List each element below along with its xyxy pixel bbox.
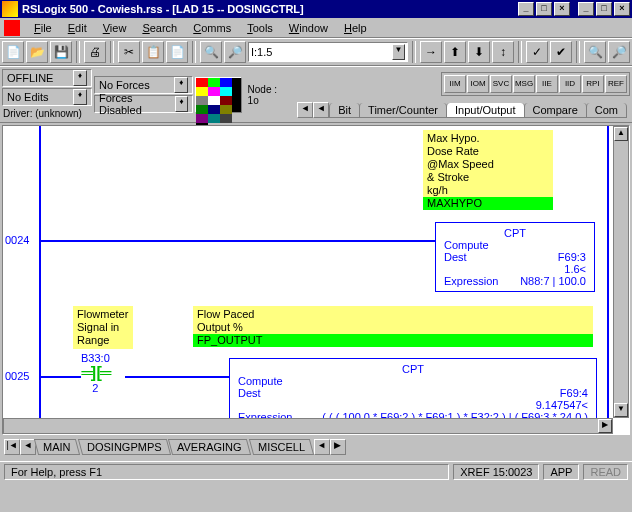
rung25-contact[interactable]: B33:0 ═] [═ 2 [81,352,110,394]
rung24-number[interactable]: 0024 [5,234,29,246]
close-button[interactable]: × [614,2,630,16]
status-read: READ [583,464,628,480]
app-icon [2,1,18,17]
verify-button[interactable]: ✓ [526,41,548,63]
cpt-dest-val: F69:3 [558,251,586,263]
maximize-button[interactable]: □ [596,2,612,16]
status-app: APP [543,464,579,480]
tab-com[interactable]: Com [586,103,627,118]
child-restore-button[interactable]: □ [536,2,552,16]
address-dropdown[interactable]: ▼ [392,44,405,60]
btab-main[interactable]: MAIN [34,439,80,455]
ladder-editor[interactable]: Max Hypo. Dose Rate @Max Speed & Stroke … [2,125,630,435]
tab-nav-prev[interactable]: ◄ [313,102,329,118]
menu-comms[interactable]: Comms [185,20,239,36]
menu-help[interactable]: Help [336,20,375,36]
cpt2-dest-label: Dest [238,387,261,399]
scroll-down-button[interactable]: ▼ [614,403,628,417]
statusbar: For Help, press F1 XREF 15:0023 APP READ [0,461,632,481]
rung25-tag: FP_OUTPUT [193,334,593,347]
print-button[interactable]: 🖨 [84,41,106,63]
tab-compare[interactable]: Compare [524,103,587,118]
minimize-button[interactable]: _ [578,2,594,16]
instr-iim[interactable]: IIM [444,75,466,93]
edits-status[interactable]: No Edits♦ [2,88,92,106]
status-help: For Help, press F1 [4,464,449,480]
menu-edit[interactable]: Edit [60,20,95,36]
new-button[interactable]: 📄 [2,41,24,63]
cpt2-compute-label: Compute [238,375,283,387]
rung25-wire2 [125,376,230,378]
rung25-contact-comment[interactable]: Flowmeter Signal in Range [73,306,133,349]
menu-tools[interactable]: Tools [239,20,281,36]
instr-ref[interactable]: REF [605,75,627,93]
rung24-cpt-block[interactable]: CPT Compute DestF69:3 1.6< ExpressionN88… [435,222,595,292]
cut-button[interactable]: ✂ [118,41,140,63]
driver-label: Driver: (unknown) [2,107,92,120]
instr-rpi[interactable]: RPI [582,75,604,93]
child-close-button[interactable]: × [554,2,570,16]
child-min-button[interactable]: _ [518,2,534,16]
paste-button[interactable]: 📄 [166,41,188,63]
find-button[interactable]: 🔍 [200,41,222,63]
online-status[interactable]: OFFLINE♦ [2,69,92,87]
tab-nav-first[interactable]: ◄ [297,102,313,118]
node-label: Node : 1o [248,84,290,106]
status-toolbar: OFFLINE♦ No Edits♦ Driver: (unknown) No … [0,66,632,123]
forces-enabled-status[interactable]: Forces Disabled♦ [94,95,193,113]
btab-nav-first[interactable]: |◄ [4,439,20,455]
btab-misc[interactable]: MISCELL [249,439,314,455]
next-button[interactable]: ⬇ [468,41,490,63]
menubar: File Edit View Search Comms Tools Window… [0,18,632,38]
cpt-dest-label: Dest [444,251,467,263]
zoom-in-button[interactable]: 🔍 [584,41,606,63]
open-button[interactable]: 📂 [26,41,48,63]
btab-nav-last[interactable]: ▶ [330,439,346,455]
menu-window[interactable]: Window [281,20,336,36]
right-rail [607,126,609,434]
hscrollbar[interactable]: ▶ [3,418,613,434]
zoom-out-button[interactable]: 🔎 [608,41,630,63]
instr-iom[interactable]: IOM [467,75,489,93]
rung25-out-comment[interactable]: Flow Paced Output %FP_OUTPUT [193,306,593,347]
tab-bit[interactable]: Bit [329,103,360,118]
step-button[interactable]: ↕ [492,41,514,63]
cpt-dest-num: 1.6< [564,263,586,275]
verify-all-button[interactable]: ✔ [550,41,572,63]
contact-bit: 2 [81,382,110,394]
cpt2-dest-val: F69:4 [560,387,588,399]
btab-avg[interactable]: AVERAGING [168,439,251,455]
menu-file[interactable]: File [26,20,60,36]
menu-view[interactable]: View [95,20,135,36]
scroll-up-button[interactable]: ▲ [614,127,628,141]
scroll-right-button[interactable]: ▶ [598,419,612,433]
rung25-number[interactable]: 0025 [5,370,29,382]
rung24-tag: MAXHYPO [423,197,553,210]
save-button[interactable]: 💾 [50,41,72,63]
tab-timer[interactable]: Timer/Counter [359,103,447,118]
instr-iie[interactable]: IIE [536,75,558,93]
tab-io[interactable]: Input/Output [446,103,525,118]
btab-nav-next[interactable]: ◄ [314,439,330,455]
prev-button[interactable]: ⬆ [444,41,466,63]
address-combo[interactable]: ▼ [248,42,408,62]
doc-icon [4,20,20,36]
copy-button[interactable]: 📋 [142,41,164,63]
main-toolbar: 📄 📂 💾 🖨 ✂ 📋 📄 🔍 🔎 ▼ → ⬆ ⬇ ↕ ✓ ✔ 🔍 🔎 [0,38,632,66]
color-palette[interactable] [195,77,241,113]
instr-svc[interactable]: SVC [490,75,512,93]
find-next-button[interactable]: 🔎 [224,41,246,63]
cpt2-title: CPT [398,363,428,375]
contact-addr: B33:0 [81,352,110,364]
instruction-buttons: IIM IOM SVC MSG IIE IID RPI REF [441,72,630,96]
btab-dosing[interactable]: DOSINGPMPS [77,439,170,455]
menu-search[interactable]: Search [134,20,185,36]
instr-iid[interactable]: IID [559,75,581,93]
rung24-comment[interactable]: Max Hypo. Dose Rate @Max Speed & Stroke … [423,130,553,210]
address-input[interactable] [251,46,392,58]
window-title: RSLogix 500 - Cowiesh.rss - [LAD 15 -- D… [22,3,518,15]
instr-msg[interactable]: MSG [513,75,535,93]
goto-button[interactable]: → [420,41,442,63]
vscrollbar[interactable]: ▲ ▼ [613,126,629,418]
cpt-compute-label: Compute [444,239,489,251]
